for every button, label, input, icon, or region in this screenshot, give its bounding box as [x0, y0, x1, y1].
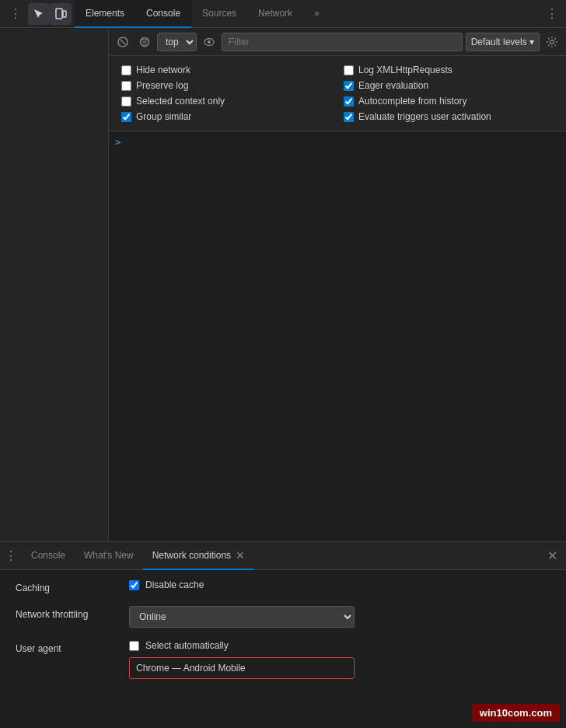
tab-console[interactable]: Console — [135, 0, 191, 28]
upper-section: top Default levels ▾ — [0, 28, 566, 541]
eye-icon[interactable] — [200, 33, 218, 51]
autocomplete-checkbox[interactable] — [344, 96, 354, 107]
log-xhr-label: Log XMLHttpRequests — [358, 65, 452, 75]
filter-input[interactable] — [222, 33, 463, 51]
console-prompt[interactable]: > — [115, 135, 560, 149]
user-agent-auto-row: Select automatically — [129, 640, 229, 651]
caching-control: Disable cache — [129, 579, 550, 590]
tab-overflow[interactable]: » — [303, 0, 330, 28]
throttling-row: Network throttling Online Fast 3G Slow 3… — [16, 606, 550, 628]
drawer-menu-icon[interactable]: ⋮ — [5, 548, 17, 563]
caching-label: Caching — [16, 579, 117, 593]
user-agent-control: Select automatically — [129, 640, 550, 679]
hide-network-checkbox[interactable] — [121, 65, 131, 75]
autocomplete-label: Autocomplete from history — [358, 96, 466, 107]
user-agent-input[interactable] — [129, 657, 355, 679]
clear-console-icon[interactable] — [114, 33, 132, 51]
setting-group-similar: Group similar — [121, 109, 331, 124]
tab-bar-end: ⋮ — [541, 6, 563, 21]
tab-network[interactable]: Network — [247, 0, 303, 28]
watermark: win10com.com — [472, 704, 560, 722]
network-conditions-tab-close[interactable]: ✕ — [236, 550, 245, 561]
top-tab-bar: ⋮ Elements Console Sources Network » ⋮ — [0, 0, 566, 28]
eager-eval-checkbox[interactable] — [344, 81, 354, 91]
svg-rect-0 — [56, 9, 62, 19]
svg-line-3 — [121, 40, 125, 44]
user-agent-auto-label: Select automatically — [145, 640, 229, 651]
main-body: top Default levels ▾ — [0, 28, 566, 728]
tab-sources[interactable]: Sources — [191, 0, 247, 28]
drawer-tab-bar: ⋮ Console What's New Network conditions … — [0, 542, 566, 570]
setting-eval-triggers: Evaluate triggers user activation — [344, 109, 554, 124]
log-xhr-checkbox[interactable] — [344, 65, 354, 75]
disable-cache-checkbox[interactable] — [129, 580, 139, 590]
user-agent-row: User agent Select automatically — [16, 640, 550, 679]
settings-panel: Hide network Preserve log Selected conte… — [109, 56, 566, 131]
drawer-tab-console[interactable]: Console — [22, 542, 75, 570]
settings-left-col: Hide network Preserve log Selected conte… — [121, 62, 331, 124]
svg-point-9 — [208, 40, 211, 44]
settings-right-col: Log XMLHttpRequests Eager evaluation Aut… — [344, 62, 554, 124]
drawer-tab-network-conditions[interactable]: Network conditions ✕ — [143, 542, 254, 570]
default-levels-button[interactable]: Default levels ▾ — [466, 33, 540, 51]
drawer-tab-whats-new[interactable]: What's New — [75, 542, 143, 570]
inspect-icon[interactable] — [28, 3, 50, 25]
svg-rect-1 — [63, 11, 66, 17]
setting-hide-network: Hide network — [121, 62, 331, 78]
disable-cache-label: Disable cache — [145, 579, 204, 590]
console-body: > — [109, 131, 566, 541]
preserve-log-checkbox[interactable] — [121, 81, 131, 91]
setting-preserve-log: Preserve log — [121, 78, 331, 93]
left-sidebar — [0, 28, 109, 541]
drawer-close-button[interactable]: ✕ — [543, 547, 561, 565]
setting-log-xhr: Log XMLHttpRequests — [344, 62, 554, 78]
devtools-settings-icon[interactable]: ⋮ — [541, 6, 563, 21]
user-agent-auto-checkbox[interactable] — [129, 641, 139, 651]
eval-triggers-label: Evaluate triggers user activation — [358, 111, 491, 122]
settings-gear-icon[interactable] — [543, 33, 561, 51]
setting-autocomplete: Autocomplete from history — [344, 93, 554, 109]
setting-selected-context: Selected context only — [121, 93, 331, 109]
throttling-label: Network throttling — [16, 606, 117, 620]
devtools-menu-icon[interactable]: ⋮ — [3, 6, 28, 21]
hide-network-label: Hide network — [136, 65, 190, 75]
bottom-drawer: ⋮ Console What's New Network conditions … — [0, 541, 566, 728]
console-toolbar: top Default levels ▾ — [109, 28, 566, 56]
group-similar-label: Group similar — [136, 111, 191, 122]
context-selector[interactable]: top — [157, 33, 197, 51]
toolbar-icons — [28, 3, 72, 25]
device-icon[interactable] — [50, 3, 72, 25]
tab-elements[interactable]: Elements — [75, 0, 135, 28]
throttling-control: Online Fast 3G Slow 3G Offline No thrott… — [129, 606, 550, 628]
setting-eager-eval: Eager evaluation — [344, 78, 554, 93]
user-agent-label: User agent — [16, 640, 117, 654]
selected-context-checkbox[interactable] — [121, 96, 131, 107]
filter-icon[interactable] — [135, 33, 154, 51]
eager-eval-label: Eager evaluation — [358, 80, 428, 91]
svg-point-10 — [550, 40, 554, 44]
eval-triggers-checkbox[interactable] — [344, 112, 354, 122]
upper-right-panel: top Default levels ▾ — [109, 28, 566, 541]
group-similar-checkbox[interactable] — [121, 112, 131, 122]
selected-context-label: Selected context only — [136, 96, 225, 107]
preserve-log-label: Preserve log — [136, 80, 188, 91]
throttling-select[interactable]: Online Fast 3G Slow 3G Offline No thrott… — [129, 606, 355, 628]
caching-row: Caching Disable cache — [16, 579, 550, 593]
